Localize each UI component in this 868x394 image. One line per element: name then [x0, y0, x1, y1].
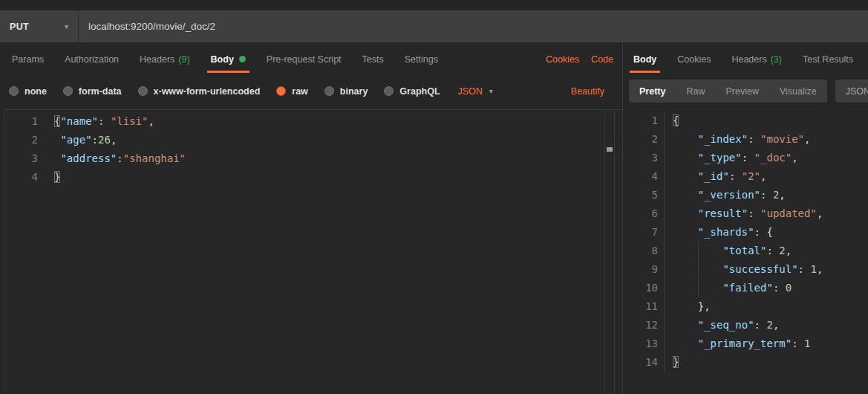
code-text: }	[54, 168, 60, 187]
response-view-switcher: PrettyRawPreviewVisualize	[629, 80, 827, 103]
tab-label: Authorization	[65, 54, 119, 65]
response-code: 1{2 "_index": "movie",3 "_type": "_doc",…	[629, 112, 868, 372]
line-number: 6	[629, 204, 665, 223]
method-dropdown[interactable]: PUT ▾	[0, 10, 79, 42]
scrollbar-thumb[interactable]	[607, 147, 613, 152]
radio-icon	[324, 86, 334, 96]
tab-authorization[interactable]: Authorization	[63, 45, 120, 73]
body-type-row: noneform-datax-www-form-urlencodedrawbin…	[0, 73, 622, 109]
tab-count-badge: (9)	[178, 54, 189, 65]
body-type-none[interactable]: none	[9, 86, 47, 97]
response-format-label: JSON	[846, 86, 868, 97]
code-line: 1{"name": "lisi",	[4, 112, 622, 131]
body-type-form-data[interactable]: form-data	[63, 86, 122, 97]
code-text: },	[673, 297, 711, 316]
language-label: JSON	[458, 86, 483, 97]
tab-body[interactable]: Body	[209, 45, 247, 73]
tab-label: Headers	[731, 54, 766, 65]
request-tabs-row: ParamsAuthorizationHeaders(9)BodyPre-req…	[0, 42, 622, 73]
tab-headers[interactable]: Headers(9)	[138, 45, 192, 73]
tab-params[interactable]: Params	[10, 45, 45, 73]
request-url-bar: PUT ▾ localhost:9200/movie/_doc/2	[0, 10, 868, 42]
body-type-graphql[interactable]: GraphQL	[384, 86, 440, 97]
postman-app: PUT ▾ localhost:9200/movie/_doc/2 Params…	[0, 0, 868, 394]
code-text: {"name": "lisi",	[54, 112, 154, 131]
line-number: 11	[629, 297, 665, 316]
line-number: 1	[629, 112, 665, 130]
code-text: "_index": "movie",	[673, 130, 810, 149]
code-line: 11 },	[629, 297, 868, 316]
body-type-x-www-form-urlencoded[interactable]: x-www-form-urlencoded	[138, 86, 261, 97]
line-number: 8	[629, 242, 665, 260]
code-line: 6 "result": "updated",	[629, 204, 868, 223]
code-line: 13 "_primary_term": 1	[629, 335, 868, 353]
code-text: }	[673, 353, 679, 372]
request-links: CookiesCode	[534, 54, 613, 65]
method-label: PUT	[10, 22, 29, 32]
request-panel: ParamsAuthorizationHeaders(9)BodyPre-req…	[0, 42, 623, 394]
response-body-viewer[interactable]: 1{2 "_index": "movie",3 "_type": "_doc",…	[629, 109, 868, 394]
response-format-button[interactable]: JSON	[835, 80, 868, 103]
line-number: 12	[629, 316, 665, 335]
line-number: 1	[4, 112, 38, 131]
chevron-down-icon: ▾	[65, 22, 68, 30]
line-number: 5	[629, 186, 665, 204]
response-tab-body[interactable]: Body	[632, 45, 658, 73]
code-text: "result": "updated",	[673, 204, 823, 223]
response-view-row: PrettyRawPreviewVisualize JSON	[629, 73, 868, 109]
response-tabs-row: BodyCookiesHeaders(3)Test Results	[629, 42, 868, 73]
beautify-button[interactable]: Beautify	[571, 86, 604, 97]
tab-label: Params	[12, 54, 44, 65]
body-type-raw[interactable]: raw	[276, 86, 308, 97]
response-tab-cookies[interactable]: Cookies	[676, 45, 712, 73]
line-number: 4	[4, 168, 38, 187]
view-tab-raw[interactable]: Raw	[676, 80, 715, 103]
code-link[interactable]: Code	[591, 54, 613, 65]
language-dropdown[interactable]: JSON ▾	[458, 86, 493, 97]
green-dot-icon	[239, 56, 246, 62]
code-line: 12 "_seq_no": 2,	[629, 316, 868, 335]
code-line: 4}	[4, 168, 622, 187]
tab-label: Body	[211, 54, 234, 65]
main-split: ParamsAuthorizationHeaders(9)BodyPre-req…	[0, 42, 868, 394]
radio-icon	[9, 86, 19, 96]
radio-icon	[63, 86, 73, 96]
code-line: 10 "failed": 0	[629, 279, 868, 297]
code-line: 8 "total": 2,	[629, 242, 868, 260]
code-line: 7 "_shards": {	[629, 223, 868, 242]
line-number: 3	[629, 149, 665, 167]
tab-settings[interactable]: Settings	[403, 45, 440, 73]
tab-label: Tests	[362, 54, 384, 65]
tab-count-badge: (3)	[771, 54, 782, 65]
tab-tests[interactable]: Tests	[361, 45, 385, 73]
radio-label: none	[25, 86, 47, 97]
radio-icon	[276, 86, 286, 96]
code-text: "age":26,	[54, 131, 117, 149]
code-text: "address":"shanghai"	[54, 149, 186, 168]
tab-pre-request-script[interactable]: Pre-request Script	[265, 45, 343, 73]
code-line: 3 "_type": "_doc",	[629, 149, 868, 167]
request-body-editor[interactable]: 1{"name": "lisi",2 "age":26,3 "address":…	[4, 109, 622, 394]
editor-scrollbar[interactable]	[604, 110, 615, 394]
line-number: 9	[629, 260, 665, 279]
response-tab-test-results[interactable]: Test Results	[801, 45, 855, 73]
view-tab-visualize[interactable]: Visualize	[769, 80, 827, 103]
view-tab-pretty[interactable]: Pretty	[629, 80, 676, 103]
view-tab-preview[interactable]: Preview	[715, 80, 769, 103]
body-type-binary[interactable]: binary	[324, 86, 368, 97]
code-text: "_version": 2,	[673, 186, 786, 204]
code-text: "_shards": {	[673, 223, 773, 242]
line-number: 10	[629, 279, 665, 297]
line-number: 7	[629, 223, 665, 242]
cookies-link[interactable]: Cookies	[546, 54, 579, 65]
code-line: 5 "_version": 2,	[629, 186, 868, 204]
code-text: "successful": 1,	[673, 260, 823, 279]
request-tabs: ParamsAuthorizationHeaders(9)BodyPre-req…	[10, 45, 457, 73]
chevron-down-icon: ▾	[489, 87, 493, 95]
request-code: 1{"name": "lisi",2 "age":26,3 "address":…	[4, 112, 622, 187]
code-line: 14}	[629, 353, 868, 372]
url-input[interactable]: localhost:9200/movie/_doc/2	[79, 10, 868, 42]
response-tab-headers[interactable]: Headers(3)	[730, 45, 783, 73]
line-number: 2	[629, 130, 665, 149]
radio-label: raw	[292, 86, 308, 97]
